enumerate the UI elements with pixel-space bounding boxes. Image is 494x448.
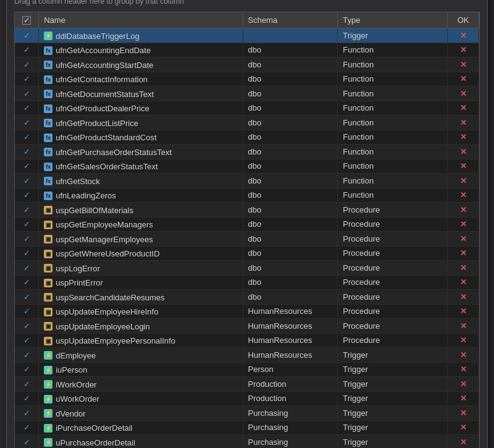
col-header-name[interactable]: Name [39, 12, 243, 28]
row-checkbox[interactable]: ✓ [15, 188, 39, 203]
table-row[interactable]: ✓⚡iuPersonPersonTrigger✕ [15, 362, 479, 377]
row-type: Trigger [338, 377, 448, 392]
row-name: fxufnGetDocumentStatusText [39, 87, 243, 101]
row-checkbox[interactable]: ✓ [15, 304, 39, 319]
row-checkbox[interactable]: ✓ [15, 406, 39, 421]
row-checkbox[interactable]: ✓ [15, 348, 39, 363]
row-checkbox[interactable]: ✓ [15, 72, 39, 87]
row-checkbox[interactable]: ✓ [15, 217, 39, 232]
table-row[interactable]: ✓fxufnGetAccountingStartDatedboFunction✕ [15, 57, 479, 72]
row-checkbox[interactable]: ✓ [15, 377, 39, 392]
table-row[interactable]: ✓▣uspGetWhereUsedProductIDdboProcedure✕ [15, 246, 479, 261]
table-row[interactable]: ✓fxufnGetDocumentStatusTextdboFunction✕ [15, 87, 479, 101]
object-name-text: uspUpdateEmployeePersonalInfo [56, 336, 175, 345]
col-header-type[interactable]: Type [338, 12, 448, 28]
object-name-text: uspLogError [56, 264, 100, 273]
table-row[interactable]: ✓⚡ddlDatabaseTriggerLogTrigger✕ [15, 28, 479, 43]
table-row[interactable]: ✓fxufnGetProductListPricedboFunction✕ [15, 116, 479, 130]
col-header-schema[interactable]: Schema [243, 12, 338, 28]
object-name-text: iuPerson [56, 365, 87, 374]
function-icon: fx [44, 90, 52, 98]
table-row[interactable]: ✓▣uspUpdateEmployeeHireInfoHumanResource… [15, 304, 479, 319]
col-header-ok[interactable]: OK [448, 12, 479, 28]
row-checkbox[interactable]: ✓ [15, 57, 39, 72]
row-name: fxufnGetStock [39, 174, 243, 188]
row-schema [243, 28, 338, 43]
row-checkbox[interactable]: ✓ [15, 246, 39, 261]
table-row[interactable]: ✓▣uspLogErrordboProcedure✕ [15, 261, 479, 276]
row-ok: ✕ [448, 87, 479, 101]
object-name-text: ufnGetProductStandardCost [56, 133, 156, 142]
table-row[interactable]: ✓⚡iPurchaseOrderDetailPurchasingTrigger✕ [15, 420, 479, 435]
row-checkbox[interactable]: ✓ [15, 28, 39, 43]
table-row[interactable]: ✓fxufnGetProductStandardCostdboFunction✕ [15, 130, 479, 145]
row-checkbox[interactable]: ✓ [15, 174, 39, 188]
row-checkbox[interactable]: ✓ [15, 275, 39, 290]
row-checkbox[interactable]: ✓ [15, 130, 39, 145]
table-row[interactable]: ✓▣uspUpdateEmployeePersonalInfoHumanReso… [15, 333, 479, 348]
table-row[interactable]: ✓fxufnGetPurchaseOrderStatusTextdboFunct… [15, 145, 479, 159]
row-checkbox[interactable]: ✓ [15, 43, 39, 57]
table-row[interactable]: ✓⚡dVendorPurchasingTrigger✕ [15, 406, 479, 421]
table-row[interactable]: ✓fxufnGetProductDealerPricedboFunction✕ [15, 101, 479, 116]
row-checkbox[interactable]: ✓ [15, 232, 39, 247]
table-row[interactable]: ✓fxufnGetContactInformationdboFunction✕ [15, 72, 479, 87]
object-name-cell: ⚡dVendor [44, 409, 85, 418]
objects-table: ✓ Name Schema Type OK ✓⚡ddlDatabaseTrigg… [15, 12, 479, 448]
table-row[interactable]: ✓▣uspPrintErrordboProcedure✕ [15, 275, 479, 290]
table-row[interactable]: ✓fxufnLeadingZerosdboFunction✕ [15, 188, 479, 203]
table-row[interactable]: ✓fxufnGetStockdboFunction✕ [15, 174, 479, 188]
row-type: Function [338, 101, 448, 116]
table-row[interactable]: ✓▣uspGetManagerEmployeesdboProcedure✕ [15, 232, 479, 247]
row-checkbox[interactable]: ✓ [15, 420, 39, 435]
row-checkbox[interactable]: ✓ [15, 159, 39, 174]
row-schema: Purchasing [243, 435, 338, 449]
error-icon: ✕ [460, 205, 467, 214]
row-name: ▣uspLogError [39, 261, 243, 276]
row-checkbox[interactable]: ✓ [15, 261, 39, 276]
row-checkbox[interactable]: ✓ [15, 333, 39, 348]
row-checkbox[interactable]: ✓ [15, 101, 39, 116]
row-checkbox[interactable]: ✓ [15, 290, 39, 305]
checkmark-icon: ✓ [23, 219, 30, 229]
row-checkbox[interactable]: ✓ [15, 362, 39, 377]
row-checkbox[interactable]: ✓ [15, 391, 39, 406]
object-name-text: ddlDatabaseTriggerLog [56, 32, 139, 41]
table-row[interactable]: ✓⚡dEmployeeHumanResourcesTrigger✕ [15, 348, 479, 363]
check-all-checkbox[interactable]: ✓ [22, 16, 31, 25]
row-checkbox[interactable]: ✓ [15, 203, 39, 218]
row-checkbox[interactable]: ✓ [15, 319, 39, 334]
row-name: fxufnGetAccountingStartDate [39, 57, 243, 72]
row-type: Procedure [338, 304, 448, 319]
table-row[interactable]: ✓⚡uPurchaseOrderDetailPurchasingTrigger✕ [15, 435, 479, 449]
object-name-text: ufnGetProductDealerPrice [56, 104, 149, 113]
row-type: Procedure [338, 333, 448, 348]
row-name: fxufnGetSalesOrderStatusText [39, 159, 243, 174]
table-row[interactable]: ✓▣uspSearchCandidateResumesdboProcedure✕ [15, 290, 479, 305]
checkmark-icon: ✓ [23, 336, 30, 345]
row-checkbox[interactable]: ✓ [15, 435, 39, 449]
row-ok: ✕ [448, 188, 479, 203]
object-name-cell: ▣uspUpdateEmployeeLogin [44, 322, 150, 331]
row-type: Trigger [338, 435, 448, 449]
function-icon: fx [44, 75, 52, 84]
checkmark-icon: ✓ [23, 74, 30, 83]
table-row[interactable]: ✓⚡iWorkOrderProductionTrigger✕ [15, 377, 479, 392]
object-name-text: ufnGetContactInformation [56, 75, 148, 84]
table-row[interactable]: ✓▣uspGetBillOfMaterialsdboProcedure✕ [15, 203, 479, 218]
objects-table-container[interactable]: ✓ Name Schema Type OK ✓⚡ddlDatabaseTrigg… [14, 12, 480, 448]
table-row[interactable]: ✓▣uspGetEmployeeManagersdboProcedure✕ [15, 217, 479, 232]
row-checkbox[interactable]: ✓ [15, 145, 39, 159]
row-name: ▣uspUpdateEmployeeLogin [39, 319, 243, 334]
object-name-text: ufnGetAccountingStartDate [56, 61, 153, 70]
table-row[interactable]: ✓fxufnGetSalesOrderStatusTextdboFunction… [15, 159, 479, 174]
col-header-check[interactable]: ✓ [15, 12, 39, 28]
row-checkbox[interactable]: ✓ [15, 87, 39, 101]
row-name: fxufnGetAccountingEndDate [39, 43, 243, 57]
table-row[interactable]: ✓⚡uWorkOrderProductionTrigger✕ [15, 391, 479, 406]
row-schema: dbo [243, 116, 338, 130]
table-row[interactable]: ✓▣uspUpdateEmployeeLoginHumanResourcesPr… [15, 319, 479, 334]
row-checkbox[interactable]: ✓ [15, 116, 39, 130]
procedure-icon: ▣ [44, 337, 52, 345]
table-row[interactable]: ✓fxufnGetAccountingEndDatedboFunction✕ [15, 43, 479, 57]
